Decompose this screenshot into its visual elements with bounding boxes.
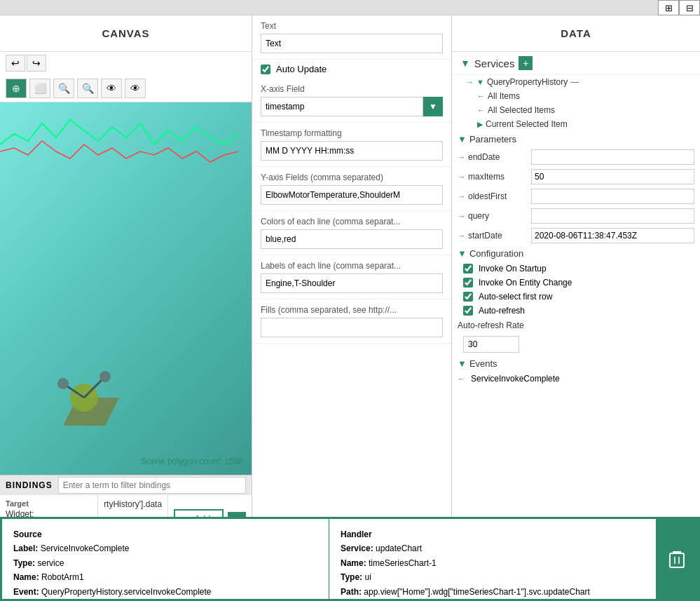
tool-btn-4[interactable]: 🔍	[77, 79, 98, 98]
param-arrow-4: →	[458, 212, 465, 220]
text-prop: Text	[252, 15, 451, 60]
handler-type-row: Type: ui	[341, 570, 645, 584]
all-selected-items-row[interactable]: ← All Selected Items	[452, 103, 700, 117]
text-input[interactable]	[261, 34, 443, 53]
bindings-filter-wrap	[58, 477, 246, 494]
yaxis-label: Y-axis Fields (comma separated)	[261, 173, 443, 182]
source-event-value: QueryPropertyHistory.serviceInvokeComple…	[41, 587, 212, 597]
xaxis-dropdown-arrow[interactable]: ▼	[423, 97, 443, 116]
param-oldestFirst-input[interactable]	[531, 189, 694, 204]
auto-refresh-rate-input[interactable]	[463, 336, 519, 353]
tool-btn-6[interactable]: 👁	[125, 79, 146, 98]
output-arrow-icon: ←	[477, 92, 485, 100]
event-arrow-icon: ←	[458, 374, 465, 383]
canvas-title-text: CANVAS	[102, 27, 149, 39]
yaxis-input[interactable]	[261, 185, 443, 205]
tool-btn-5[interactable]: 👁	[101, 79, 122, 98]
config-invoke-entity: Invoke On Entity Change	[452, 276, 700, 290]
param-query-input[interactable]	[531, 208, 694, 224]
bottom-handler: Handler Service: updateChart Name: timeS…	[329, 519, 656, 599]
invoke-startup-checkbox[interactable]	[463, 264, 473, 274]
source-label-value: ServiceInvokeComplete	[41, 543, 130, 553]
services-row: ▼ Services +	[452, 52, 700, 75]
auto-update-checkbox[interactable]	[261, 65, 270, 74]
param-arrow-1: →	[458, 153, 465, 161]
expand-arrow-icon: ▶	[477, 120, 483, 129]
colors-label: Colors of each line (comma separat...	[261, 217, 443, 227]
timestamp-label: Timestamp formatting	[261, 128, 443, 138]
canvas-toolbar: ⊕ ⬜ 🔍 🔍 👁 👁	[0, 74, 252, 102]
param-arrow-3: →	[458, 192, 465, 201]
bottom-delete-button[interactable]	[656, 519, 698, 599]
auto-select-checkbox[interactable]	[463, 292, 473, 302]
xaxis-input[interactable]	[261, 97, 423, 116]
source-name-row: Name: RobotArm1	[13, 570, 317, 584]
data-section: DATA ▼ Services + → ▼ QueryPropertyHisto…	[452, 15, 700, 601]
source-name-value: RobotArm1	[41, 572, 84, 582]
all-items-row[interactable]: ← All Items	[452, 89, 700, 103]
3d-object	[42, 363, 126, 433]
svg-point-5	[99, 371, 111, 382]
param-endDate-input[interactable]	[531, 149, 694, 165]
props-section: Text Auto Update X-axis Field ▼ Timestam…	[252, 15, 452, 601]
config-auto-refresh: Auto-refresh	[452, 304, 700, 318]
auto-refresh-rate-label: Auto-refresh Rate	[452, 318, 700, 333]
source-event-row: Event: QueryPropertyHistory.serviceInvok…	[13, 585, 317, 599]
tool-btn-2[interactable]: ⬜	[29, 79, 50, 98]
param-maxItems-input[interactable]	[531, 169, 694, 184]
param-query: → query	[452, 206, 700, 226]
param-startDate: → startDate	[452, 226, 700, 245]
top-bar-right: ⊞ ⊟	[658, 0, 700, 15]
output-arrow-icon-2: ←	[477, 106, 485, 114]
collapse-icon: —	[570, 77, 579, 87]
svg-rect-7	[670, 553, 684, 567]
config-arrow: ▼	[458, 248, 467, 259]
bottom-source-label: Source	[13, 527, 317, 541]
param-maxItems: → maxItems	[452, 167, 700, 187]
3d-arm-svg	[42, 363, 126, 433]
colors-input[interactable]	[261, 229, 443, 249]
bindings-header: BINDINGS	[0, 475, 252, 495]
config-section: ▼ Configuration	[452, 245, 700, 262]
undo-button[interactable]: ↩	[6, 55, 25, 72]
auto-refresh-checkbox[interactable]	[463, 306, 473, 316]
handler-path-value: app.view["Home"].wdg["timeSeriesChart-1"…	[364, 587, 590, 597]
invoke-entity-checkbox[interactable]	[463, 278, 473, 288]
param-endDate: → endDate	[452, 147, 700, 167]
query-service-row[interactable]: → ▼ QueryPropertyHistory —	[452, 75, 700, 89]
text-label: Text	[261, 21, 443, 31]
param-oldestFirst: → oldestFirst	[452, 187, 700, 206]
labels-label: Labels of each line (comma separat...	[261, 261, 443, 271]
config-label: Configuration	[469, 248, 523, 259]
service-invoke-complete-row[interactable]: ← ServiceInvokeComplete	[452, 372, 700, 386]
layout-icon-2[interactable]: ⊟	[679, 0, 700, 15]
redo-button[interactable]: ↪	[27, 55, 46, 72]
bottom-source: Source Label: ServiceInvokeComplete Type…	[2, 519, 329, 599]
timestamp-prop: Timestamp formatting	[252, 123, 451, 167]
config-auto-select: Auto-select first row	[452, 290, 700, 304]
tool-btn-1[interactable]: ⊕	[6, 79, 27, 98]
data-header: DATA	[452, 15, 700, 52]
labels-input[interactable]	[261, 274, 443, 293]
handler-name-value: timeSeriesChart-1	[369, 558, 437, 568]
timestamp-input[interactable]	[261, 141, 443, 161]
undo-redo-toolbar: ↩ ↪	[0, 52, 252, 74]
svg-point-4	[57, 378, 69, 389]
xaxis-label: X-axis Field	[261, 84, 443, 94]
current-selected-item-row[interactable]: ▶ Current Selected Item	[452, 117, 700, 131]
scene-polygon-label: Scene polygon count: 1588	[142, 457, 243, 466]
add-service-button[interactable]: +	[519, 56, 533, 70]
bindings-filter-input[interactable]	[58, 477, 246, 494]
canvas-title: CANVAS	[0, 15, 252, 52]
handler-name-row: Name: timeSeriesChart-1	[341, 556, 645, 570]
config-invoke-startup: Invoke On Startup	[452, 262, 700, 276]
bottom-handler-label: Handler	[341, 527, 645, 541]
all-items-label: All Items	[488, 91, 520, 101]
param-startDate-input[interactable]	[531, 228, 694, 243]
source-label-row: Label: ServiceInvokeComplete	[13, 541, 317, 555]
query-label: QueryPropertyHistory	[487, 77, 568, 87]
auto-update-label: Auto Update	[276, 64, 327, 74]
fills-input[interactable]	[261, 318, 443, 337]
layout-icon[interactable]: ⊞	[658, 0, 679, 15]
tool-btn-3[interactable]: 🔍	[53, 79, 74, 98]
